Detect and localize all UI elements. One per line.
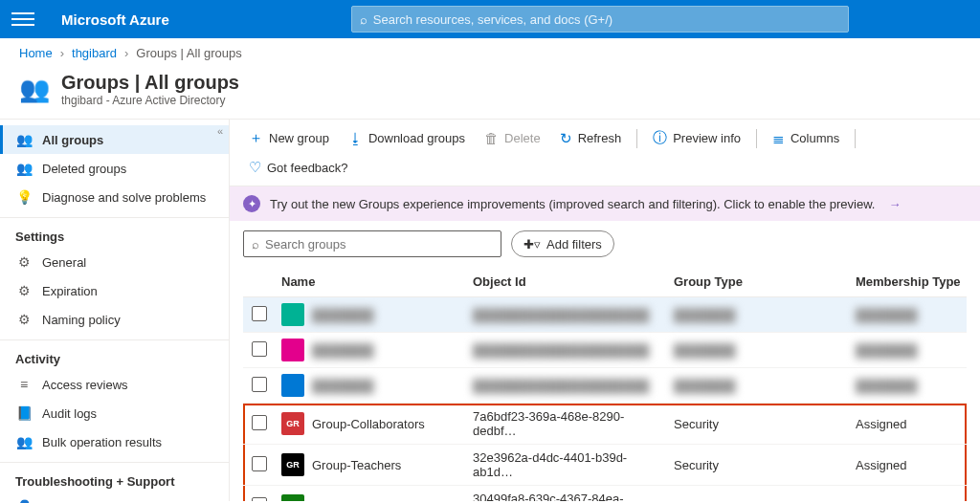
nav-icon: 💡 [15,189,33,205]
brand: Microsoft Azure [61,11,169,28]
breadcrumb: Home › thgibard › Groups | All groups [0,38,980,68]
new-group-button[interactable]: ＋New group [241,125,337,151]
sidebar-item-general[interactable]: ⚙General [0,248,229,276]
group-type: ███████ [668,368,850,404]
group-objectid: 7a6bdf23-369a-468e-8290-dedbf… [467,404,668,445]
divider [855,129,856,148]
download-groups-button[interactable]: ⭳Download groups [341,126,473,150]
filter-icon: ✚▿ [523,237,541,252]
preview-info-button[interactable]: ⓘPreview info [645,125,748,151]
group-name[interactable]: Group-Users [312,499,383,502]
nav-icon: ⚙ [15,312,33,327]
chevron-right-icon: › [124,46,128,60]
row-checkbox[interactable] [243,333,276,368]
breadcrumb-current: Groups | All groups [136,46,241,60]
col-name[interactable]: Name [276,267,467,297]
heart-icon: ♡ [249,159,261,176]
nav-label: General [42,255,86,270]
nav-label: Naming policy [42,313,121,327]
col-grouptype[interactable]: Group Type [668,267,850,297]
nav-label: Diagnose and solve problems [42,190,206,205]
delete-button[interactable]: 🗑Delete [477,126,548,150]
sidebar-item-naming-policy[interactable]: ⚙Naming policy [0,305,229,334]
sidebar-item-new-support-request[interactable]: 👤New support request [0,492,229,503]
nav-label: Bulk operation results [42,435,162,449]
nav-label: Access reviews [42,378,128,392]
search-groups-input[interactable] [265,237,493,252]
sidebar-item-audit-logs[interactable]: 📘Audit logs [0,399,229,427]
group-objectid: ████████████████████ [467,297,668,333]
table-row[interactable]: GRGroup-Teachers32e3962a-d4dc-4401-b39d-… [243,445,967,486]
table-row[interactable]: ████████████████████████████████████████… [243,297,967,333]
groups-table: Name Object Id Group Type Membership Typ… [230,267,980,501]
group-name[interactable]: ███████ [312,308,373,322]
breadcrumb-home[interactable]: Home [19,46,53,60]
sidebar-item-all-groups[interactable]: 👥All groups [0,125,229,154]
row-checkbox[interactable] [243,486,276,502]
group-type: Security [668,445,850,486]
nav-icon: 👥 [15,434,33,449]
group-badge: GR [281,453,304,476]
nav-label: All groups [42,133,103,147]
row-checkbox[interactable] [243,445,276,486]
group-name[interactable]: ███████ [312,343,373,358]
group-badge: GR [281,494,304,501]
page-title: Groups | All groups [61,72,239,94]
table-row[interactable]: GRGroup-Collaborators7a6bdf23-369a-468e-… [243,404,967,445]
feedback-button[interactable]: ♡Got feedback? [241,155,356,180]
add-filters-button[interactable]: ✚▿ Add filters [511,230,614,257]
global-search-input[interactable] [373,12,840,27]
collapse-sidebar-icon[interactable]: « [217,125,223,137]
search-groups[interactable]: ⌕ [243,230,501,257]
row-checkbox[interactable] [243,297,276,333]
group-name[interactable]: Group-Collaborators [312,417,425,431]
table-row[interactable]: ████████████████████████████████████████… [243,368,967,404]
chevron-right-icon: › [60,46,64,60]
info-icon: ⓘ [653,129,667,147]
page-header: 👥 Groups | All groups thgibard - Azure A… [0,68,980,119]
sidebar-item-deleted-groups[interactable]: 👥Deleted groups [0,154,229,183]
page-subtitle: thgibard - Azure Active Directory [61,94,239,107]
group-name[interactable]: ███████ [312,379,373,393]
command-bar: ＋New group ⭳Download groups 🗑Delete ↻Ref… [230,120,980,186]
section-activity: Activity [0,339,229,370]
group-type: ███████ [668,297,850,333]
group-badge: GR [281,412,304,435]
global-search[interactable]: ⌕ [351,6,849,33]
col-objectid[interactable]: Object Id [467,267,668,297]
sidebar-item-diagnose-and-solve-problems[interactable]: 💡Diagnose and solve problems [0,183,229,211]
row-checkbox[interactable] [243,368,276,404]
rocket-icon: ✦ [243,195,260,212]
preview-banner[interactable]: ✦ Try out the new Groups experience impr… [230,186,980,221]
col-membership[interactable]: Membership Type [850,267,967,297]
refresh-button[interactable]: ↻Refresh [552,126,630,151]
sidebar-item-bulk-operation-results[interactable]: 👥Bulk operation results [0,427,229,456]
group-badge [281,339,304,361]
group-objectid: 30499fa8-639c-4367-84ea-310dc… [467,486,668,502]
col-checkbox [243,267,276,297]
table-row[interactable]: ████████████████████████████████████████… [243,333,967,368]
groups-icon: 👥 [19,75,50,104]
sidebar-item-expiration[interactable]: ⚙Expiration [0,276,229,305]
nav-label: Audit logs [42,406,97,421]
breadcrumb-tenant[interactable]: thgibard [72,46,117,60]
group-membership: ███████ [850,297,967,333]
group-membership: Assigned [850,404,967,445]
hamburger-menu[interactable] [11,8,34,31]
columns-button[interactable]: ≣Columns [765,126,847,151]
nav-label: Expiration [42,284,98,298]
sidebar-item-access-reviews[interactable]: ≡Access reviews [0,370,229,399]
group-objectid: 32e3962a-d4dc-4401-b39d-ab1d… [467,445,668,486]
group-badge [281,303,304,326]
refresh-icon: ↻ [560,130,572,147]
nav-icon: ≡ [15,377,33,392]
group-objectid: ████████████████████ [467,333,668,368]
topbar: Microsoft Azure ⌕ [0,0,980,38]
divider [756,129,757,148]
nav-icon: 📘 [15,405,33,421]
arrow-right-icon: → [888,197,901,211]
row-checkbox[interactable] [243,404,276,445]
table-row[interactable]: GRGroup-Users30499fa8-639c-4367-84ea-310… [243,486,967,502]
group-name[interactable]: Group-Teachers [312,458,401,472]
nav-icon: ⚙ [15,283,33,298]
